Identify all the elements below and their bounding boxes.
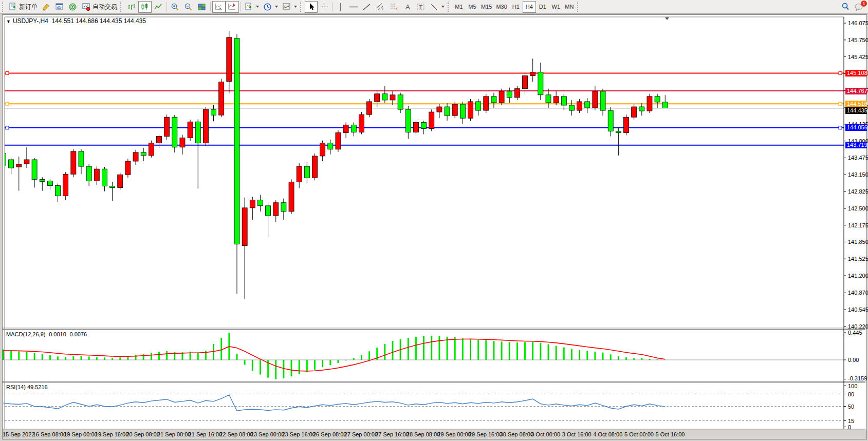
price-chart[interactable] [3, 15, 866, 439]
text-button[interactable]: A [401, 1, 414, 13]
svg-text:A: A [405, 3, 410, 11]
price-tick-label: 146.075 [848, 20, 868, 26]
timeframe-h4-button[interactable]: H4 [523, 1, 536, 13]
time-label: 23 Sep 00:00 [251, 431, 284, 437]
price-tick-label: 141.200 [848, 273, 868, 279]
time-label: 30 Sep 08:00 [500, 431, 533, 437]
periods-button[interactable] [261, 1, 280, 13]
indicators-button[interactable] [243, 1, 261, 13]
toolbar-grip [448, 2, 451, 12]
toolbar-grip [120, 2, 124, 12]
rsi-line [4, 395, 666, 411]
price-tick-label: 143.150 [848, 171, 868, 178]
timeframe-w1-button[interactable]: W1 [549, 1, 563, 13]
time-label: 20 Sep 08:00 [126, 431, 159, 437]
shapes-icon [430, 3, 439, 11]
zoom-out-icon [184, 3, 193, 11]
candlestick-chart-button[interactable] [138, 1, 152, 13]
zoom-out-button[interactable] [182, 1, 195, 13]
rsi-scale-label: 100 [848, 383, 857, 389]
timeframe-mn-button[interactable]: MN [563, 1, 576, 13]
terminal-button[interactable] [53, 1, 66, 13]
chart-title: ▼USDJPY-,H4 144.551 144.686 144.435 144.… [6, 17, 146, 25]
horizontal-line-button[interactable] [347, 1, 360, 13]
price-tick-label: 145.425 [848, 54, 868, 60]
timeframe-m30-button[interactable]: M30 [494, 1, 509, 13]
timeframe-d1-button[interactable]: D1 [536, 1, 549, 13]
svg-text:T: T [419, 4, 423, 10]
macd-scale-label: 0.445 [848, 330, 862, 336]
time-label: 5 Oct 00:00 [624, 431, 654, 437]
bar-chart-button[interactable] [125, 1, 138, 13]
shapes-button[interactable] [428, 1, 447, 13]
dropdown-caret-icon [275, 6, 278, 8]
cursor-button[interactable] [305, 1, 318, 13]
templates-button[interactable] [280, 1, 299, 13]
line-chart-icon [154, 3, 163, 11]
chart-shift-marker[interactable] [665, 17, 669, 20]
svg-text:E: E [382, 7, 385, 11]
price-tick-label: 142.500 [848, 205, 868, 212]
fibonacci-button[interactable]: F [387, 1, 401, 13]
timeframe-h1-button[interactable]: H1 [509, 1, 523, 13]
cursor-icon [307, 3, 316, 11]
indicators-icon [245, 3, 253, 11]
time-label: 28 Sep 08:00 [407, 431, 440, 437]
chart-title-text: USDJPY-,H4 144.551 144.686 144.435 144.4… [13, 17, 146, 25]
new-order-button[interactable]: 新订单 [7, 1, 40, 13]
tile-windows-button[interactable] [195, 1, 209, 13]
price-tick-label: 145.750 [848, 37, 868, 43]
current-price-tag: 144.435 [845, 107, 867, 114]
toolbar-separator [210, 2, 211, 11]
text-label-button[interactable]: T [414, 1, 428, 13]
equidistant-channel-icon: E [376, 3, 385, 11]
toolbar-grip [2, 2, 6, 12]
vertical-line-button[interactable] [334, 1, 347, 13]
timeframe-m15-button[interactable]: M15 [479, 1, 494, 13]
signals-button[interactable] [66, 1, 80, 13]
new-order-icon [9, 3, 17, 11]
search-button[interactable] [839, 1, 852, 13]
equidistant-channel-button[interactable]: E [374, 1, 387, 13]
terminal-icon [55, 3, 64, 11]
notifications-button[interactable]: 1 [852, 1, 866, 13]
time-label: 5 Oct 16:00 [656, 431, 685, 437]
zoom-in-button[interactable] [169, 1, 182, 13]
time-label: 21 Sep 16:00 [189, 431, 222, 437]
line-chart-button[interactable] [152, 1, 165, 13]
macd-panel [4, 333, 666, 379]
time-label: 22 Sep 08:00 [219, 431, 253, 437]
vertical-line-icon [337, 3, 344, 11]
chart-window[interactable]: ▼USDJPY-,H4 144.551 144.686 144.435 144.… [2, 14, 867, 439]
toolbar-separator [241, 2, 241, 11]
crosshair-button[interactable] [318, 1, 330, 13]
trendline-button[interactable] [360, 1, 374, 13]
toolbar-grip [577, 2, 581, 12]
text-label-icon: T [416, 3, 426, 11]
trendline-icon [362, 3, 372, 11]
metaeditor-button[interactable] [40, 1, 53, 13]
search-icon [841, 2, 850, 11]
time-label: 27 Sep 00:00 [344, 431, 378, 437]
price-tick-label: 142.825 [848, 188, 868, 195]
time-axis: 15 Sep 202216 Sep 08:0019 Sep 00:0019 Se… [3, 430, 866, 439]
time-label: 19 Sep 16:00 [95, 431, 128, 437]
price-tick-label: 143.475 [848, 155, 868, 161]
price-tick-label: 140.545 [848, 306, 868, 313]
time-label: 16 Sep 08:00 [33, 431, 66, 437]
price-line-objects[interactable] [5, 72, 844, 145]
time-label: 15 Sep 2022 [3, 431, 34, 437]
chart-shift-button[interactable] [226, 1, 239, 13]
autotrading-button[interactable]: 自动交易 [80, 1, 119, 13]
auto-scroll-button[interactable] [212, 1, 226, 13]
time-label: 21 Sep 00:00 [157, 431, 191, 437]
time-label: 4 Oct 08:00 [593, 431, 622, 437]
price-line-tag: 145.108 [845, 70, 867, 76]
chart-collapse-icon[interactable]: ▼ [6, 19, 11, 24]
toolbar-separator [167, 2, 167, 11]
dropdown-caret-icon [441, 6, 445, 8]
rsi-scale-label: 0 [848, 424, 851, 430]
timeframe-m5-button[interactable]: M5 [466, 1, 479, 13]
timeframe-m1-button[interactable]: M1 [452, 1, 466, 13]
svg-text:F: F [396, 7, 398, 11]
